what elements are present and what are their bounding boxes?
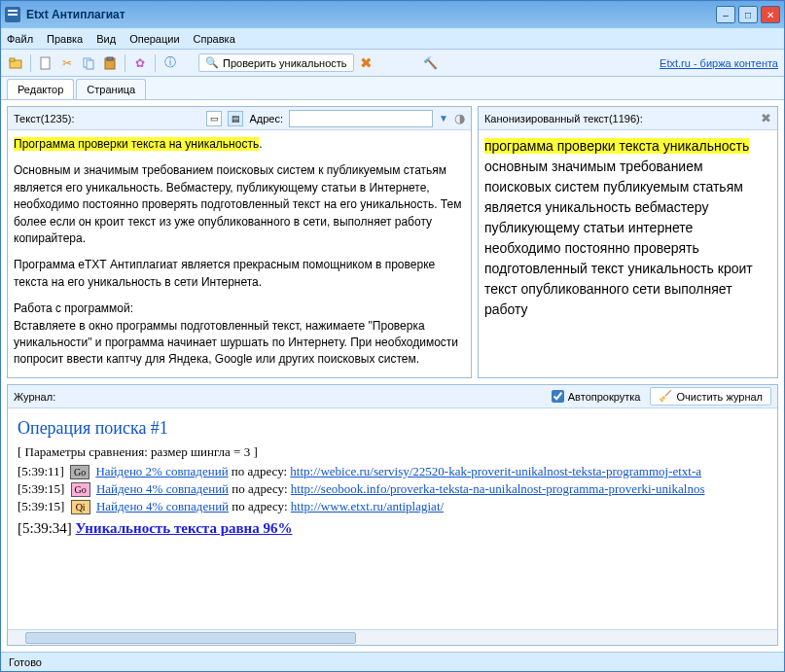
operation-params: [ Параметры сравнения: размер шингла = 3… bbox=[18, 444, 767, 460]
journal-label: Журнал: bbox=[14, 391, 55, 403]
journal-header: Журнал: Автопрокрутка 🧹 Очистить журнал bbox=[8, 385, 777, 408]
svg-rect-4 bbox=[87, 60, 93, 69]
scrollbar-thumb[interactable] bbox=[25, 632, 356, 644]
settings-icon[interactable]: ✿ bbox=[131, 54, 149, 72]
source-badge: Go bbox=[70, 465, 89, 479]
editor-highlight: Программа проверки текста на уникальност… bbox=[14, 137, 259, 151]
editor-paragraph: Работа с программой: Вставляете в окно п… bbox=[14, 301, 465, 369]
new-icon[interactable] bbox=[37, 54, 54, 72]
view-mode-1-button[interactable]: ▭ bbox=[206, 111, 222, 126]
toolbar: ✂ ✿ ⓘ 🔍 Проверить уникальность ✖ 🔨 Etxt.… bbox=[1, 50, 784, 77]
editor-header: Текст(1235): ▭ ▤ Адрес: ▼ ◑ bbox=[8, 107, 471, 130]
status-text: Готово bbox=[9, 656, 42, 668]
view-mode-2-button[interactable]: ▤ bbox=[228, 111, 243, 126]
editor-body[interactable]: Программа проверки текста на уникальност… bbox=[8, 130, 471, 377]
check-uniqueness-button[interactable]: 🔍 Проверить уникальность bbox=[198, 53, 354, 72]
minimize-button[interactable]: – bbox=[716, 6, 735, 23]
toolbar-separator bbox=[155, 54, 156, 72]
editor-paragraph: Программа еТХТ Антиплагиат является прек… bbox=[14, 257, 465, 291]
tabstrip: Редактор Страница bbox=[1, 77, 784, 100]
autoscroll-control[interactable]: Автопрокрутка bbox=[552, 390, 641, 403]
svg-rect-1 bbox=[10, 58, 15, 61]
log-line: [5:39:15] Go Найдено 4% совпадений по ад… bbox=[18, 481, 767, 497]
titlebar: Etxt Антиплагиат – □ ✕ bbox=[1, 1, 784, 28]
tab-editor[interactable]: Редактор bbox=[7, 79, 74, 99]
log-lines: [5:39:11] Go Найдено 2% совпадений по ад… bbox=[18, 464, 767, 514]
log-time: [5:39:15] bbox=[18, 499, 64, 513]
close-panel-icon[interactable]: ✖ bbox=[761, 111, 771, 125]
horizontal-scrollbar[interactable] bbox=[8, 629, 777, 645]
statusbar: Готово bbox=[1, 652, 784, 671]
hammer-icon[interactable]: 🔨 bbox=[422, 54, 440, 72]
paste-icon[interactable] bbox=[101, 54, 119, 72]
result-line: [5:39:34] Уникальность текста равна 96% bbox=[18, 520, 767, 537]
log-found-link[interactable]: Найдено 4% совпадений bbox=[96, 481, 229, 496]
editor-panel: Текст(1235): ▭ ▤ Адрес: ▼ ◑ Программа пр… bbox=[7, 106, 472, 378]
check-label: Проверить уникальность bbox=[223, 57, 347, 69]
go-icon[interactable]: ◑ bbox=[454, 111, 465, 125]
autoscroll-label: Автопрокрутка bbox=[568, 391, 641, 403]
window-title: Etxt Антиплагиат bbox=[26, 8, 716, 21]
source-badge: Qi bbox=[71, 500, 90, 514]
autoscroll-checkbox[interactable] bbox=[552, 390, 564, 403]
log-found-link[interactable]: Найдено 4% совпадений bbox=[96, 499, 229, 513]
open-icon[interactable] bbox=[7, 54, 24, 72]
address-input[interactable] bbox=[289, 110, 433, 127]
menu-view[interactable]: Вид bbox=[96, 33, 116, 45]
canonical-body[interactable]: программа проверки текста уникальность о… bbox=[479, 130, 777, 377]
canonical-header: Канонизированный текст(1196): ✖ bbox=[479, 107, 777, 130]
log-time: [5:39:11] bbox=[18, 464, 64, 478]
copy-icon[interactable] bbox=[80, 54, 97, 72]
canonical-label: Канонизированный текст(1196): bbox=[484, 113, 643, 124]
cut-icon[interactable]: ✂ bbox=[58, 54, 76, 72]
magnifier-icon: 🔍 bbox=[205, 56, 219, 69]
log-time: [5:39:15] bbox=[18, 481, 64, 496]
menu-operations[interactable]: Операции bbox=[129, 33, 179, 45]
tab-page[interactable]: Страница bbox=[76, 79, 146, 99]
address-label: Адрес: bbox=[249, 113, 283, 124]
app-window: Etxt Антиплагиат – □ ✕ Файл Правка Вид О… bbox=[0, 0, 785, 672]
canonical-highlight: программа проверки текста уникальность bbox=[484, 138, 749, 154]
log-url-link[interactable]: http://webice.ru/servisy/22520-kak-prove… bbox=[290, 464, 701, 478]
content-area: Текст(1235): ▭ ▤ Адрес: ▼ ◑ Программа пр… bbox=[1, 100, 784, 652]
svg-rect-2 bbox=[41, 57, 50, 69]
canonical-panel: Канонизированный текст(1196): ✖ программ… bbox=[478, 106, 778, 378]
toolbar-separator bbox=[30, 54, 31, 72]
source-badge: Go bbox=[71, 482, 90, 497]
broom-icon: 🧹 bbox=[659, 390, 672, 403]
log-line: [5:39:15] Qi Найдено 4% совпадений по ад… bbox=[18, 499, 767, 514]
text-count-label: Текст(1235): bbox=[14, 113, 75, 124]
info-icon[interactable]: ⓘ bbox=[161, 54, 179, 72]
menu-file[interactable]: Файл bbox=[7, 33, 33, 45]
journal-body[interactable]: Операция поиска #1 [ Параметры сравнения… bbox=[8, 408, 777, 629]
menubar: Файл Правка Вид Операции Справка bbox=[1, 28, 784, 50]
journal-panel: Журнал: Автопрокрутка 🧹 Очистить журнал … bbox=[7, 384, 778, 646]
app-icon bbox=[5, 7, 20, 22]
upper-panels: Текст(1235): ▭ ▤ Адрес: ▼ ◑ Программа пр… bbox=[7, 106, 778, 378]
clear-journal-button[interactable]: 🧹 Очистить журнал bbox=[650, 387, 771, 406]
editor-paragraph: Основным и значимым требованием поисковы… bbox=[14, 162, 465, 247]
window-controls: – □ ✕ bbox=[716, 6, 780, 23]
canonical-text: основным значимым требованием поисковых … bbox=[484, 159, 753, 317]
menu-edit[interactable]: Правка bbox=[47, 33, 83, 45]
log-line: [5:39:11] Go Найдено 2% совпадений по ад… bbox=[18, 464, 767, 479]
log-url-link[interactable]: http://www.etxt.ru/antiplagiat/ bbox=[291, 499, 444, 513]
clear-journal-label: Очистить журнал bbox=[676, 391, 763, 403]
toolbar-separator bbox=[125, 54, 125, 72]
menu-help[interactable]: Справка bbox=[194, 33, 235, 45]
close-button[interactable]: ✕ bbox=[761, 6, 780, 23]
result-link[interactable]: Уникальность текста равна 96% bbox=[76, 520, 293, 536]
operation-title: Операция поиска #1 bbox=[18, 418, 767, 439]
etxt-link[interactable]: Etxt.ru - биржа контента bbox=[660, 57, 778, 69]
cancel-icon[interactable]: ✖ bbox=[358, 54, 375, 72]
log-url-link[interactable]: http://seobook.info/proverka-teksta-na-u… bbox=[291, 481, 705, 496]
maximize-button[interactable]: □ bbox=[738, 6, 758, 23]
result-time: [5:39:34] bbox=[18, 520, 72, 536]
dropdown-icon[interactable]: ▼ bbox=[439, 113, 448, 124]
svg-rect-6 bbox=[107, 57, 113, 60]
log-found-link[interactable]: Найдено 2% совпадений bbox=[95, 464, 228, 478]
